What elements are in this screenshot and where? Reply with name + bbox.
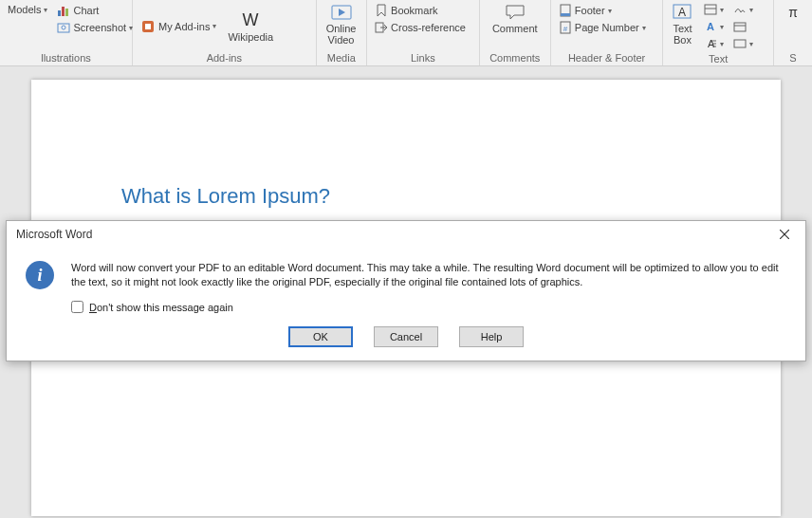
footer-button[interactable]: Footer ▾ xyxy=(555,2,650,19)
svg-rect-6 xyxy=(145,24,151,29)
group-label-comments: Comments xyxy=(484,50,546,65)
help-button[interactable]: Help xyxy=(459,326,524,347)
myaddins-button[interactable]: My Add-ins ▾ xyxy=(137,17,220,36)
screenshot-icon xyxy=(57,21,70,34)
parts-icon xyxy=(704,4,717,15)
svg-text:π: π xyxy=(788,5,798,20)
dropdown-caret-icon: ▾ xyxy=(642,24,646,32)
bookmark-button[interactable]: Bookmark xyxy=(371,2,470,19)
dropdown-caret-icon: ▾ xyxy=(749,6,753,14)
footer-icon xyxy=(559,4,572,17)
pagenumber-button[interactable]: # Page Number ▾ xyxy=(555,19,650,36)
bookmark-icon xyxy=(375,4,388,17)
signature-button[interactable]: ▾ xyxy=(729,2,757,17)
ribbon: Models ▾ Chart Screenshot ▾ llustrations xyxy=(0,0,812,66)
datetime-icon xyxy=(733,21,747,32)
pagenumber-label: Page Number xyxy=(575,22,639,33)
quickparts-button[interactable]: ▾ xyxy=(700,2,728,17)
wikipedia-button[interactable]: W Wikipedia xyxy=(222,9,279,45)
ribbon-group-media: Online Video Media xyxy=(317,0,367,65)
chart-button[interactable]: Chart xyxy=(53,2,137,19)
close-icon xyxy=(780,230,789,239)
ribbon-group-addins: My Add-ins ▾ W Wikipedia Add-ins xyxy=(133,0,317,65)
group-label-links: Links xyxy=(371,50,475,65)
svg-marker-10 xyxy=(378,5,385,16)
dialog-buttons: OK Cancel Help xyxy=(7,326,805,361)
dropdown-caret-icon: ▾ xyxy=(212,22,216,30)
dropcap-button[interactable]: A▾ xyxy=(700,36,728,51)
footer-label: Footer xyxy=(575,5,605,16)
bookmark-label: Bookmark xyxy=(391,5,438,16)
online-video-label: Online Video xyxy=(326,23,357,46)
signature-icon xyxy=(733,4,747,15)
cancel-label: Cancel xyxy=(390,331,422,342)
ribbon-group-text: A Text Box ▾ A▾ A▾ ▾ ▾ Text xyxy=(663,0,774,65)
page-heading: What is Lorem Ipsum? xyxy=(121,184,691,209)
help-label: Help xyxy=(481,331,503,342)
models-button[interactable]: Models ▾ xyxy=(4,2,51,17)
dropcap-icon: A xyxy=(704,38,717,49)
pagenumber-icon: # xyxy=(559,21,572,34)
crossref-label: Cross-reference xyxy=(391,22,466,33)
dialog-titlebar: Microsoft Word xyxy=(7,221,805,248)
textbox-label: Text Box xyxy=(673,23,692,46)
cancel-button[interactable]: Cancel xyxy=(374,326,438,347)
ribbon-group-links: Bookmark Cross-reference Links xyxy=(367,0,480,65)
svg-rect-25 xyxy=(734,23,746,31)
svg-rect-13 xyxy=(561,13,570,16)
dialog-pdf-convert: Microsoft Word i Word will now convert y… xyxy=(6,220,806,361)
datetime-button[interactable] xyxy=(729,19,757,34)
ribbon-group-comments: Comment Comments xyxy=(480,0,551,65)
svg-marker-9 xyxy=(339,9,345,16)
comment-button[interactable]: Comment xyxy=(487,2,544,36)
svg-rect-2 xyxy=(65,9,68,16)
screenshot-button[interactable]: Screenshot ▾ xyxy=(53,19,137,36)
textbox-icon: A xyxy=(673,4,692,21)
svg-text:#: # xyxy=(563,25,568,33)
info-icon: i xyxy=(26,261,54,289)
object-icon xyxy=(733,38,747,49)
ok-button[interactable]: OK xyxy=(288,326,353,347)
video-icon xyxy=(331,4,352,21)
svg-rect-27 xyxy=(734,40,746,47)
dropdown-caret-icon: ▾ xyxy=(608,7,612,15)
textbox-button[interactable]: A Text Box xyxy=(667,2,697,47)
dont-show-again-checkbox[interactable]: Don't show this message again xyxy=(7,297,805,326)
wikipedia-label: Wikipedia xyxy=(228,31,273,43)
wordart-icon: A xyxy=(704,21,717,32)
checkbox-label: Don't show this message again xyxy=(89,302,233,313)
group-label-addins: Add-ins xyxy=(137,50,312,65)
group-label-symbols: S xyxy=(778,50,808,65)
wikipedia-icon: W xyxy=(239,10,262,29)
svg-text:W: W xyxy=(243,10,259,29)
svg-point-4 xyxy=(62,26,65,29)
ribbon-group-headerfooter: Footer ▾ # Page Number ▾ Header & Footer xyxy=(551,0,664,65)
addins-icon xyxy=(140,19,156,34)
crossref-button[interactable]: Cross-reference xyxy=(371,19,470,36)
wordart-button[interactable]: A▾ xyxy=(700,19,728,34)
screenshot-label: Screenshot xyxy=(73,22,126,33)
svg-text:A: A xyxy=(678,6,686,19)
dialog-close-button[interactable] xyxy=(771,225,798,244)
chart-label: Chart xyxy=(73,5,99,16)
dropdown-caret-icon: ▾ xyxy=(44,6,47,14)
equation-icon: π xyxy=(784,4,803,21)
group-label-illustrations: llustrations xyxy=(4,50,128,65)
ok-label: OK xyxy=(313,331,328,342)
svg-text:A: A xyxy=(707,21,714,32)
equation-button[interactable]: π xyxy=(778,2,808,23)
checkbox-input[interactable] xyxy=(71,301,83,313)
dropdown-caret-icon: ▾ xyxy=(720,23,724,31)
dialog-message: Word will now convert your PDF to an edi… xyxy=(71,261,790,289)
models-label: Models xyxy=(8,4,41,15)
svg-rect-0 xyxy=(58,10,61,16)
online-video-button[interactable]: Online Video xyxy=(321,2,362,47)
group-label-headerfooter: Header & Footer xyxy=(555,50,659,65)
object-button[interactable]: ▾ xyxy=(729,36,757,51)
comment-label: Comment xyxy=(492,23,538,34)
dialog-title-text: Microsoft Word xyxy=(16,228,92,241)
dropdown-caret-icon: ▾ xyxy=(749,40,753,48)
dialog-body: i Word will now convert your PDF to an e… xyxy=(7,248,805,297)
dropdown-caret-icon: ▾ xyxy=(720,40,724,48)
ribbon-group-symbols: π S xyxy=(774,0,812,65)
